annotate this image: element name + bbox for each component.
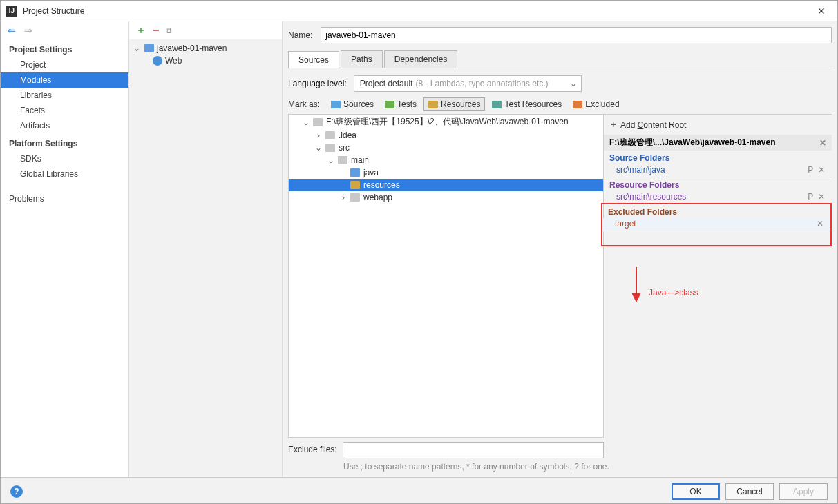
chevron-down-icon[interactable]: ⌄	[303, 117, 310, 127]
chevron-down-icon: ⌄	[570, 79, 577, 88]
chevron-right-icon[interactable]: ›	[315, 130, 322, 140]
source-tree: ⌄F:\班级管理\西开【19525】\2、代码\JavaWeb\javaweb-…	[288, 115, 604, 438]
chevron-down-icon[interactable]: ⌄	[133, 43, 142, 53]
cancel-button[interactable]: Cancel	[725, 483, 774, 500]
sidebar-item-modules[interactable]: Modules	[1, 72, 128, 88]
sidebar-section-project-settings: Project Settings	[1, 39, 128, 57]
excluded-folder-path: target	[615, 219, 636, 229]
resource-folder-path: src\main\resources	[616, 192, 686, 202]
help-icon[interactable]: ?	[10, 485, 23, 498]
properties-icon[interactable]: P	[808, 192, 815, 202]
apply-button[interactable]: Apply	[779, 483, 828, 500]
tab-paths[interactable]: Paths	[341, 50, 383, 68]
language-level-value: Project default	[360, 79, 413, 88]
tree-label: .idea	[339, 130, 356, 140]
ok-button[interactable]: OK	[672, 483, 720, 500]
tab-sources[interactable]: Sources	[288, 51, 339, 68]
remove-icon[interactable]: ✕	[818, 192, 826, 202]
mark-resources-button[interactable]: Resources	[423, 97, 485, 111]
tree-root[interactable]: ⌄F:\班级管理\西开【19525】\2、代码\JavaWeb\javaweb-…	[289, 115, 603, 129]
remove-content-root-icon[interactable]: ✕	[819, 138, 826, 148]
sidebar-item-project[interactable]: Project	[1, 57, 128, 72]
tests-swatch-icon	[385, 101, 394, 108]
close-icon[interactable]: ✕	[811, 6, 832, 17]
mark-excluded-button[interactable]: Excluded	[569, 98, 623, 110]
folder-icon	[325, 131, 335, 139]
properties-icon[interactable]: P	[808, 165, 815, 175]
chevron-down-icon[interactable]: ⌄	[327, 155, 334, 165]
tab-dependencies[interactable]: Dependencies	[384, 50, 458, 68]
mark-test-resources-button[interactable]: Test Resources	[488, 98, 566, 110]
sidebar-item-artifacts[interactable]: Artifacts	[1, 118, 128, 133]
folder-icon	[350, 193, 360, 202]
chevron-down-icon[interactable]: ⌄	[315, 143, 322, 153]
exclude-files-input[interactable]	[343, 442, 604, 458]
tree-label: resources	[363, 180, 400, 190]
folder-icon	[313, 118, 323, 126]
source-folder-icon	[350, 168, 360, 177]
exclude-files-row: Exclude files:	[288, 438, 832, 461]
language-level-dropdown[interactable]: Project default (8 - Lambdas, type annot…	[354, 75, 582, 92]
module-facet-label: Web	[165, 56, 182, 66]
add-content-root-button[interactable]: ＋Add Content Root	[604, 115, 832, 135]
app-logo-icon: IJ	[6, 6, 17, 17]
source-folders-heading: Source Folders	[604, 151, 832, 164]
tree-label: main	[351, 155, 369, 165]
source-folder-path: src\main\java	[616, 165, 665, 175]
chevron-right-icon[interactable]: ›	[340, 193, 347, 202]
tab-bar: Sources Paths Dependencies	[288, 50, 832, 68]
sidebar-item-global-libraries[interactable]: Global Libraries	[1, 166, 128, 182]
copy-module-icon[interactable]: ⧉	[166, 26, 172, 35]
remove-icon[interactable]: ✕	[817, 219, 825, 229]
source-folder-item[interactable]: src\main\javaP ✕	[604, 164, 832, 177]
back-icon[interactable]: ⇐	[8, 25, 16, 36]
forward-icon[interactable]: ⇒	[24, 25, 32, 36]
sidebar-item-libraries[interactable]: Libraries	[1, 88, 128, 103]
sidebar: ⇐ ⇒ Project Settings Project Modules Lib…	[1, 21, 129, 477]
module-root-label: javaweb-01-maven	[157, 43, 227, 53]
name-label: Name:	[288, 30, 312, 40]
annotation-text: Java—>class	[649, 288, 698, 298]
remove-icon[interactable]: ✕	[818, 165, 826, 175]
module-root[interactable]: ⌄ javaweb-01-maven	[129, 42, 282, 55]
resources-swatch-icon	[428, 101, 438, 108]
mark-as-row: Mark as: Sources Tests Resources Test Re…	[288, 97, 832, 111]
name-input[interactable]	[321, 27, 832, 43]
tree-node-idea[interactable]: ›.idea	[289, 129, 603, 142]
exclude-files-label: Exclude files:	[288, 442, 337, 454]
module-facet-web[interactable]: Web	[129, 55, 282, 67]
name-row: Name:	[288, 27, 832, 43]
annotation: Java—>class	[629, 267, 698, 302]
language-level-hint: (8 - Lambdas, type annotations etc.)	[415, 79, 548, 88]
excluded-swatch-icon	[573, 101, 582, 108]
tree-node-src[interactable]: ⌄src	[289, 142, 603, 154]
tree-node-main[interactable]: ⌄main	[289, 154, 603, 166]
excluded-folder-item[interactable]: target✕	[602, 218, 830, 231]
resource-folder-icon	[350, 181, 360, 189]
arrow-down-icon	[629, 267, 643, 302]
module-folder-icon	[144, 44, 154, 52]
mark-sources-button[interactable]: Sources	[327, 98, 378, 110]
sidebar-item-sdks[interactable]: SDKs	[1, 151, 128, 166]
remove-module-icon[interactable]: −	[153, 24, 159, 37]
excluded-highlight-box: Excluded Folders target✕	[601, 203, 832, 246]
detail-panel: Name: Sources Paths Dependencies Languag…	[283, 21, 837, 477]
sources-swatch-icon	[331, 101, 341, 108]
add-module-icon[interactable]: ＋	[136, 24, 146, 37]
mark-as-label: Mark as:	[288, 99, 320, 109]
tree-label: java	[363, 168, 379, 177]
content-root-path-row[interactable]: F:\班级管理\...\JavaWeb\javaweb-01-maven✕	[604, 135, 832, 151]
web-globe-icon	[153, 56, 162, 66]
module-toolbar: ＋ − ⧉	[129, 21, 282, 39]
tree-label: webapp	[363, 193, 392, 202]
tree-node-webapp[interactable]: ›webapp	[289, 191, 603, 204]
folder-icon	[325, 144, 335, 152]
plus-icon: ＋	[609, 119, 618, 130]
sidebar-item-facets[interactable]: Facets	[1, 103, 128, 118]
tree-node-resources[interactable]: resources	[289, 179, 603, 191]
tree-node-java[interactable]: java	[289, 166, 603, 179]
mark-tests-button[interactable]: Tests	[381, 98, 421, 110]
sidebar-item-problems[interactable]: Problems	[1, 191, 128, 206]
sidebar-section-platform-settings: Platform Settings	[1, 133, 128, 151]
window-title: Project Structure	[23, 6, 811, 16]
